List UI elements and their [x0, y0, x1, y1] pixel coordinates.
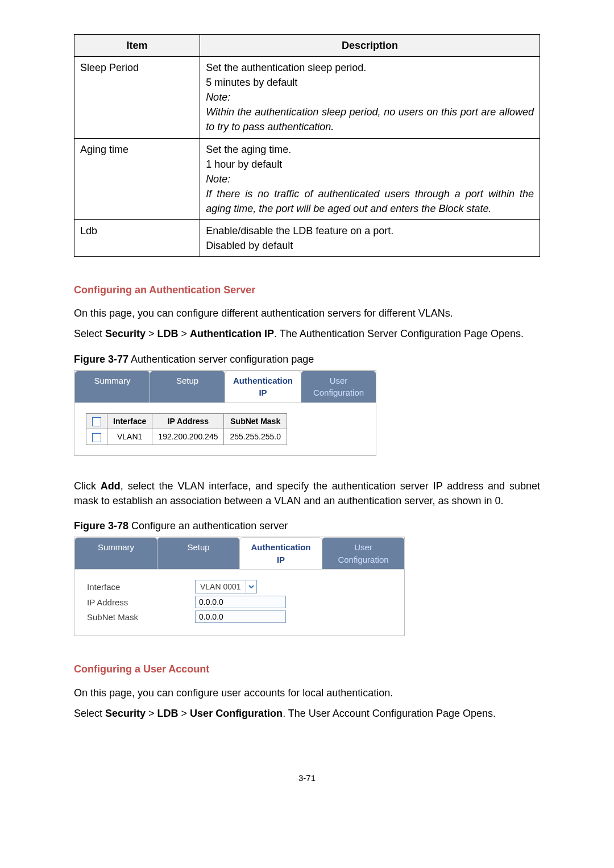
desc-note-text: Within the authentication sleep period, … — [206, 105, 534, 134]
interface-select[interactable]: VLAN 0001 — [195, 580, 257, 593]
auth-ip-table: Interface IP Address SubNet Mask VLAN1 1… — [86, 413, 287, 445]
cell-interface: VLAN1 — [107, 429, 152, 445]
table-row: Sleep Period Set the authentication slee… — [74, 57, 540, 138]
tab-authentication-ip[interactable]: Authentication IP — [239, 537, 322, 570]
tab-user-configuration[interactable]: User Configuration — [322, 537, 405, 570]
th-checkbox — [86, 414, 107, 429]
tab-setup[interactable]: Setup — [150, 371, 225, 403]
desc-note-label: Note: — [206, 172, 534, 186]
desc-line: Set the aging time. — [206, 142, 534, 157]
desc-cell: Enable/disable the LDB feature on a port… — [200, 220, 540, 257]
desc-note-label: Note: — [206, 90, 534, 105]
crumb-ldb: LDB — [157, 708, 179, 719]
th-ip: IP Address — [152, 414, 224, 429]
subnet-mask-input[interactable] — [195, 610, 286, 623]
th-item: Item — [74, 35, 200, 57]
crumb-user-config: User Configuration — [190, 708, 283, 719]
tab-setup[interactable]: Setup — [157, 537, 240, 570]
item-cell: Ldb — [74, 220, 200, 257]
desc-line: Set the authentication sleep period. — [206, 60, 534, 75]
section1-intro: On this page, you can configure differen… — [74, 306, 540, 321]
crumb-ldb: LDB — [157, 328, 179, 339]
desc-note-text: If there is no traffic of authenticated … — [206, 186, 534, 216]
figure-78: Summary Setup Authentication IP User Con… — [74, 537, 405, 637]
bold-add: Add — [101, 480, 121, 492]
section-heading-auth-server: Configuring an Authentication Server — [74, 283, 540, 297]
th-description: Description — [200, 35, 540, 57]
desc-cell: Set the authentication sleep period. 5 m… — [200, 57, 540, 138]
click-add-paragraph: Click Add, select the VLAN interface, an… — [74, 479, 540, 508]
crumb-auth-ip: Authentication IP — [190, 328, 274, 339]
th-interface: Interface — [107, 414, 152, 429]
crumb-security: Security — [105, 708, 146, 719]
table-row: VLAN1 192.200.200.245 255.255.255.0 — [86, 429, 287, 445]
cell-mask: 255.255.255.0 — [224, 429, 287, 445]
item-cell: Aging time — [74, 138, 200, 219]
tab-summary[interactable]: Summary — [74, 371, 150, 403]
select-all-checkbox[interactable] — [92, 417, 101, 426]
desc-cell: Set the aging time. 1 hour by default No… — [200, 138, 540, 219]
label-interface: Interface — [87, 581, 195, 593]
description-table: Item Description Sleep Period Set the au… — [74, 34, 540, 257]
desc-line: Enable/disable the LDB feature on a port… — [206, 223, 534, 238]
item-cell: Sleep Period — [74, 57, 200, 138]
row-checkbox[interactable] — [92, 433, 101, 442]
label-ip: IP Address — [87, 596, 195, 609]
interface-select-value: VLAN 0001 — [196, 581, 246, 592]
desc-line: 1 hour by default — [206, 157, 534, 172]
table-row: Aging time Set the aging time. 1 hour by… — [74, 138, 540, 219]
ip-address-input[interactable] — [195, 596, 286, 608]
figure-78-caption: Figure 3-78 Configure an authentication … — [74, 518, 540, 533]
th-mask: SubNet Mask — [224, 414, 287, 429]
breadcrumb-instruction-2: Select Security > LDB > User Configurati… — [74, 706, 540, 721]
chevron-down-icon[interactable] — [246, 580, 256, 593]
section2-intro: On this page, you can configure user acc… — [74, 686, 540, 700]
section-heading-user-account: Configuring a User Account — [74, 662, 540, 676]
tabs: Summary Setup Authentication IP User Con… — [74, 537, 404, 570]
cell-ip: 192.200.200.245 — [152, 429, 224, 445]
desc-line: Disabled by default — [206, 238, 534, 253]
figure-77: Summary Setup Authentication IP User Con… — [74, 370, 376, 456]
tabs: Summary Setup Authentication IP User Con… — [74, 371, 376, 404]
desc-line: 5 minutes by default — [206, 75, 534, 90]
tab-summary[interactable]: Summary — [74, 537, 157, 570]
tab-authentication-ip[interactable]: Authentication IP — [225, 371, 301, 403]
table-row: Ldb Enable/disable the LDB feature on a … — [74, 220, 540, 257]
label-mask: SubNet Mask — [87, 611, 195, 624]
tab-user-configuration[interactable]: User Configuration — [301, 371, 376, 403]
crumb-security: Security — [105, 328, 146, 339]
page-number: 3-71 — [74, 772, 540, 784]
breadcrumb-instruction: Select Security > LDB > Authentication I… — [74, 326, 540, 341]
figure-77-caption: Figure 3-77 Authentication server config… — [74, 352, 540, 367]
